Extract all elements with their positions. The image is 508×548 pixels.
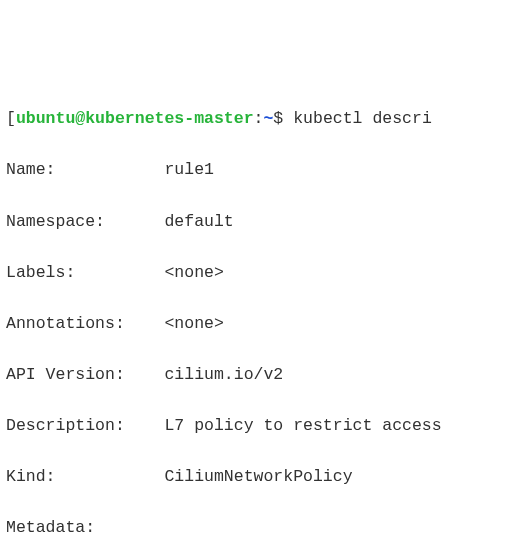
field-label: Description: <box>6 413 164 439</box>
field-value: rule1 <box>164 157 214 183</box>
field-label: API Version: <box>6 362 164 388</box>
field-value: cilium.io/v2 <box>164 362 283 388</box>
prompt-bracket: [ <box>6 109 16 128</box>
prompt-cwd: ~ <box>263 109 273 128</box>
command-input[interactable]: kubectl descri <box>293 109 432 128</box>
field-value: default <box>164 209 233 235</box>
field-description: Description:L7 policy to restrict access <box>6 413 502 439</box>
field-label: Annotations: <box>6 311 164 337</box>
field-api-version: API Version:cilium.io/v2 <box>6 362 502 388</box>
field-namespace: Namespace:default <box>6 209 502 235</box>
field-value: CiliumNetworkPolicy <box>164 464 352 490</box>
field-name: Name:rule1 <box>6 157 502 183</box>
field-kind: Kind:CiliumNetworkPolicy <box>6 464 502 490</box>
field-value: <none> <box>164 260 223 286</box>
shell-prompt-line: [ubuntu@kubernetes-master:~$ kubectl des… <box>6 106 502 132</box>
field-labels: Labels:<none> <box>6 260 502 286</box>
field-label: Labels: <box>6 260 164 286</box>
prompt-colon: : <box>254 109 264 128</box>
field-label: Name: <box>6 157 164 183</box>
field-annotations: Annotations:<none> <box>6 311 502 337</box>
field-value: L7 policy to restrict access <box>164 413 441 439</box>
field-label: Kind: <box>6 464 164 490</box>
field-value: <none> <box>164 311 223 337</box>
metadata-heading: Metadata: <box>6 515 502 541</box>
prompt-user-host: ubuntu@kubernetes-master <box>16 109 254 128</box>
field-label: Namespace: <box>6 209 164 235</box>
prompt-dollar: $ <box>273 109 293 128</box>
